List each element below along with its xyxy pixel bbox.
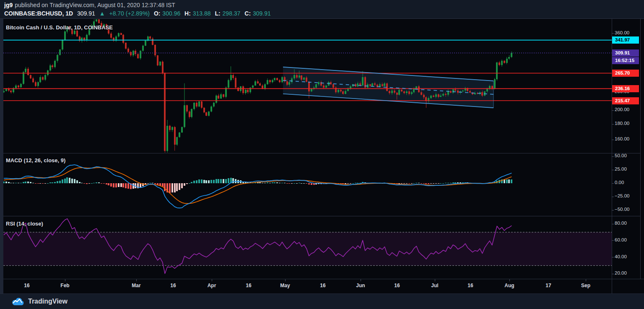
close-value: 309.91: [253, 10, 271, 17]
chart-canvas[interactable]: [0, 0, 644, 309]
up-arrow-icon: ▲: [99, 10, 105, 17]
publish-line: jg9published on TradingView.com, August …: [4, 1, 644, 9]
footer-brand[interactable]: TradingView: [28, 298, 68, 305]
price-change: +8.70 (+2.89%): [109, 10, 150, 17]
left-gutter: [0, 19, 3, 293]
tradingview-logo-icon[interactable]: [11, 297, 24, 306]
symbol-name: COINBASE:BCHUSD, 1D: [4, 10, 73, 17]
tradingview-published-chart: jg9published on TradingView.com, August …: [0, 0, 644, 309]
price-axis[interactable]: [612, 19, 644, 279]
macd-pane[interactable]: [3, 165, 512, 208]
watermark-header: jg9published on TradingView.com, August …: [0, 0, 644, 19]
low-label: L:: [215, 10, 220, 17]
publish-text: published on TradingView.com, August 01,…: [15, 2, 175, 8]
last-price: 309.91: [77, 10, 95, 17]
low-value: 298.37: [223, 10, 241, 17]
symbol-line: COINBASE:BCHUSD, 1D 309.91 ▲ +8.70 (+2.8…: [4, 9, 644, 18]
high-value: 313.88: [193, 10, 211, 17]
footer-bar: TradingView: [0, 293, 644, 309]
main-pane-title: Bitcoin Cash / U.S. Dollar, 1D, COINBASE: [6, 24, 113, 31]
time-axis[interactable]: [3, 279, 612, 293]
price-pane[interactable]: [3, 19, 512, 153]
macd-pane-title: MACD (12, 26, close, 9): [6, 157, 65, 164]
close-label: C:: [244, 10, 251, 17]
chart-area[interactable]: [0, 0, 644, 309]
author-name: jg9: [4, 2, 13, 8]
high-label: H:: [184, 10, 191, 17]
rsi-band: [3, 232, 640, 266]
rsi-pane[interactable]: [3, 219, 640, 274]
open-value: 300.96: [162, 10, 180, 17]
rsi-pane-title: RSI (14, close): [6, 221, 43, 227]
open-label: O:: [154, 10, 161, 17]
